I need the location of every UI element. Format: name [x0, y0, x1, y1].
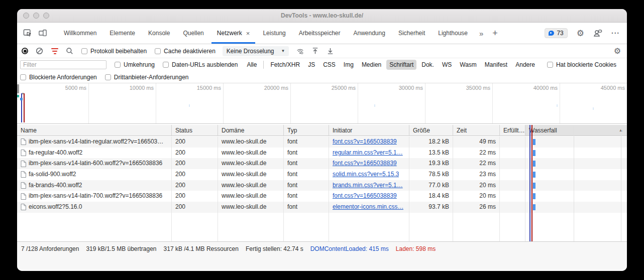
filter-chip-fetch-xhr[interactable]: Fetch/XHR [267, 60, 303, 70]
waterfall-cell[interactable] [525, 169, 627, 180]
hide-data-urls-checkbox[interactable]: Daten-URLs ausblenden [163, 61, 238, 68]
column-header-domäne[interactable]: Domäne [218, 125, 284, 136]
request-name-cell[interactable]: ibm-plex-sans-v14-latin-600.woff2?v=1665… [17, 158, 172, 169]
waterfall-cell[interactable] [525, 180, 627, 191]
timeline-tick-label: 15000 ms [181, 85, 221, 91]
table-row[interactable]: fa-brands-400.woff2200www.leo-skull.defo… [17, 180, 627, 191]
request-name-cell[interactable]: eicons.woff2?5.16.0 [17, 202, 172, 213]
network-settings-gear-icon[interactable]: ⚙ [614, 46, 621, 56]
waterfall-cell[interactable] [525, 136, 627, 148]
initiator-link[interactable]: font.css?v=1665038839 [333, 136, 397, 148]
tab-leistung[interactable]: Leistung [256, 23, 292, 44]
feedback-person-icon[interactable] [593, 29, 602, 37]
waterfall-cell[interactable] [525, 202, 627, 213]
initiator-link[interactable]: font.css?v=1665038839 [333, 191, 397, 202]
table-row[interactable]: eicons.woff2?5.16.0200www.leo-skull.defo… [17, 202, 627, 213]
filter-chip-wasm[interactable]: Wasm [457, 60, 480, 70]
filter-toggle-icon[interactable] [51, 48, 58, 54]
filter-chip-js[interactable]: JS [305, 60, 318, 70]
filter-chip-ws[interactable]: WS [439, 60, 455, 70]
filter-chip-dok[interactable]: Dok. [418, 60, 437, 70]
column-header-wasserfall[interactable]: Wasserfall▲ [525, 125, 627, 136]
import-har-icon[interactable] [311, 47, 319, 55]
tabbar-right-cluster: 73 ⚙ ··· [545, 28, 620, 38]
filter-chip-img[interactable]: Img [341, 60, 357, 70]
throttling-select[interactable]: Keine Drosselung ▼ [223, 46, 289, 56]
initiator-link[interactable]: solid.min.css?ver=5.15.3 [333, 169, 399, 180]
filter-input[interactable] [20, 60, 106, 69]
record-network-log-button[interactable] [22, 48, 28, 54]
filter-chip-andere[interactable]: Andere [512, 60, 538, 70]
column-header-initiator[interactable]: Initiator [329, 125, 409, 136]
device-toolbar-icon[interactable] [38, 29, 47, 37]
tab-arbeitsspeicher[interactable]: Arbeitsspeicher [292, 23, 347, 44]
invert-checkbox[interactable]: Umkehrung [115, 61, 155, 68]
devtools-tabbar: WillkommenElementeKonsoleQuellenNetzwerk… [17, 23, 627, 44]
search-icon[interactable] [66, 47, 73, 55]
column-header-name[interactable]: Name [17, 125, 172, 136]
timeline-scroll-handle[interactable] [17, 84, 19, 93]
waterfall-cell[interactable] [525, 148, 627, 159]
tab-konsole[interactable]: Konsole [142, 23, 176, 44]
filter-chip-medien[interactable]: Medien [359, 60, 384, 70]
table-row[interactable]: ibm-plex-sans-v14-latin-regular.woff2?v=… [17, 136, 627, 148]
request-name-cell[interactable]: fa-brands-400.woff2 [17, 180, 172, 191]
disable-cache-checkbox[interactable]: Cache deaktivieren [155, 48, 216, 55]
checkbox-box [115, 62, 121, 68]
tab-netzwerk[interactable]: Netzwerk× [210, 23, 257, 44]
initiator-link[interactable]: font.css?v=1665038839 [333, 158, 397, 169]
close-tab-icon[interactable]: × [246, 30, 250, 37]
more-tabs-icon[interactable]: » [479, 29, 483, 38]
tab-elemente[interactable]: Elemente [103, 23, 142, 44]
column-header-label: Wasserfall [529, 127, 557, 134]
initiator-cell: font.css?v=1665038839 [329, 158, 409, 169]
initiator-link[interactable]: brands.min.css?ver=5.1… [333, 180, 403, 191]
tab-sicherheit[interactable]: Sicherheit [392, 23, 432, 44]
third-party-checkbox[interactable]: Drittanbieter-Anforderungen [105, 74, 189, 81]
table-row[interactable]: fa-solid-900.woff2200www.leo-skull.defon… [17, 169, 627, 180]
column-header-größe[interactable]: Größe [409, 125, 453, 136]
filter-chip-css[interactable]: CSS [320, 60, 339, 70]
clear-network-log-icon[interactable] [36, 47, 43, 55]
settings-gear-icon[interactable]: ⚙ [577, 29, 584, 38]
column-header-zeit[interactable]: Zeit [453, 125, 500, 136]
request-name-cell[interactable]: ibm-plex-sans-v14-latin-700.woff2?v=1665… [17, 191, 172, 202]
tab-lighthouse[interactable]: Lighthouse [432, 23, 474, 44]
export-har-icon[interactable] [327, 47, 334, 55]
time-cell: 26 ms [453, 202, 500, 213]
request-name: ibm-plex-sans-v14-latin-regular.woff2?v=… [29, 136, 163, 148]
network-overview-timeline[interactable]: 5000 ms10000 ms15000 ms20000 ms25000 ms3… [17, 83, 627, 124]
request-name-cell[interactable]: ibm-plex-sans-v14-latin-regular.woff2?v=… [17, 136, 172, 148]
more-options-icon[interactable]: ··· [611, 29, 620, 37]
filter-chip-manifest[interactable]: Manifest [482, 60, 510, 70]
column-header-erfüllt[interactable]: Erfüllt… [500, 125, 525, 136]
request-name-cell[interactable]: fa-regular-400.woff2 [17, 148, 172, 159]
network-conditions-icon[interactable] [296, 47, 304, 55]
column-header-typ[interactable]: Typ [284, 125, 329, 136]
request-name-cell[interactable]: fa-solid-900.woff2 [17, 169, 172, 180]
status-cell: 200 [172, 136, 218, 148]
tab-anwendung[interactable]: Anwendung [347, 23, 392, 44]
tab-quellen[interactable]: Quellen [176, 23, 210, 44]
blocked-cookies-checkbox[interactable]: Hat blockierte Cookies [547, 61, 616, 68]
inspect-element-icon[interactable] [23, 29, 32, 37]
filter-chip-alle[interactable]: Alle [244, 60, 260, 70]
tab-willkommen[interactable]: Willkommen [57, 23, 103, 44]
tab-label: Anwendung [354, 30, 385, 37]
column-header-status[interactable]: Status [172, 125, 218, 136]
table-row[interactable]: ibm-plex-sans-v14-latin-700.woff2?v=1665… [17, 191, 627, 202]
panel-tabs: WillkommenElementeKonsoleQuellenNetzwerk… [57, 23, 474, 44]
waterfall-cell[interactable] [525, 158, 627, 169]
status-item: 319 kB/1.5 MB übertragen [86, 245, 156, 252]
initiator-link[interactable]: elementor-icons.min.css… [333, 202, 403, 213]
table-row[interactable]: ibm-plex-sans-v14-latin-600.woff2?v=1665… [17, 158, 627, 169]
blocked-requests-checkbox[interactable]: Blockierte Anforderungen [20, 74, 97, 81]
more-tools-plus-icon[interactable]: + [492, 28, 498, 39]
initiator-link[interactable]: regular.min.css?ver=5.1… [333, 148, 403, 159]
filter-chip-schriftart[interactable]: Schriftart [386, 60, 416, 70]
preserve-log-checkbox[interactable]: Protokoll beibehalten [81, 48, 147, 55]
tab-label: Konsole [148, 30, 170, 37]
waterfall-cell[interactable] [525, 191, 627, 202]
table-row[interactable]: fa-regular-400.woff2200www.leo-skull.def… [17, 148, 627, 159]
issues-badge[interactable]: 73 [545, 28, 567, 38]
